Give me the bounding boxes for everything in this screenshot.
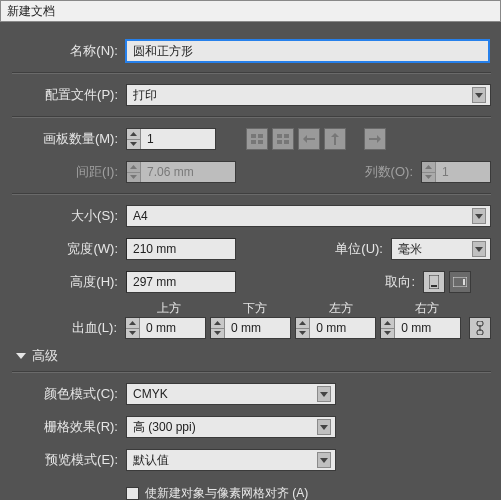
chevron-down-icon	[317, 452, 331, 468]
bleed-right-spinner[interactable]: 0 mm	[380, 317, 461, 339]
svg-rect-9	[277, 140, 282, 144]
stepper-down-icon[interactable]	[126, 329, 139, 339]
orientation-label: 取向:	[373, 273, 423, 291]
window-titlebar: 新建文档	[0, 0, 501, 22]
svg-rect-4	[258, 134, 263, 138]
align-pixel-label: 使新建对象与像素网格对齐 (A)	[145, 485, 308, 501]
svg-marker-28	[299, 321, 306, 325]
chevron-down-icon	[472, 87, 486, 103]
svg-rect-21	[431, 285, 437, 287]
stepper-up-icon[interactable]	[211, 318, 224, 329]
color-mode-dropdown[interactable]: CMYK	[126, 383, 336, 405]
units-label: 单位(U):	[321, 240, 391, 258]
bleed-label: 出血(L):	[36, 319, 125, 337]
advanced-label: 高级	[32, 347, 58, 365]
bleed-left-value: 0 mm	[310, 318, 352, 338]
svg-marker-18	[475, 214, 483, 219]
stepper-up-icon[interactable]	[381, 318, 394, 329]
bleed-bottom-spinner[interactable]: 0 mm	[210, 317, 291, 339]
advanced-section-toggle[interactable]: 高级	[12, 347, 491, 365]
arrange-grid-row-icon	[246, 128, 268, 150]
artboard-count-label: 画板数量(M):	[36, 130, 126, 148]
bleed-top-spinner[interactable]: 0 mm	[125, 317, 206, 339]
size-value: A4	[133, 209, 148, 223]
svg-rect-10	[284, 140, 289, 144]
svg-marker-26	[214, 321, 221, 325]
raster-dropdown[interactable]: 高 (300 ppi)	[126, 416, 336, 438]
stepper-down-icon	[422, 173, 435, 183]
svg-marker-12	[331, 133, 339, 145]
arrange-col-icon	[324, 128, 346, 150]
svg-marker-31	[384, 331, 391, 335]
stepper-down-icon[interactable]	[296, 329, 309, 339]
spacing-value: 7.06 mm	[141, 162, 200, 182]
height-input[interactable]	[126, 271, 236, 293]
svg-rect-6	[258, 140, 263, 144]
bleed-left-label: 左方	[298, 300, 384, 317]
stepper-up-icon[interactable]	[296, 318, 309, 329]
units-dropdown[interactable]: 毫米	[391, 238, 491, 260]
dialog-body: 名称(N): 配置文件(P): 打印 画板数量(M): 1	[0, 22, 501, 500]
svg-marker-29	[299, 331, 306, 335]
arrange-rtl-icon	[364, 128, 386, 150]
profile-dropdown[interactable]: 打印	[126, 84, 491, 106]
svg-marker-19	[475, 247, 483, 252]
name-input[interactable]	[126, 40, 489, 62]
arrange-row-icon	[298, 128, 320, 150]
svg-marker-24	[129, 321, 136, 325]
align-pixel-checkbox[interactable]	[126, 487, 139, 500]
divider	[12, 72, 491, 74]
columns-label: 列数(O):	[351, 163, 421, 181]
spacing-label: 间距(I):	[36, 163, 126, 181]
stepper-down-icon[interactable]	[127, 140, 140, 150]
stepper-up-icon	[422, 162, 435, 173]
profile-label: 配置文件(P):	[36, 86, 126, 104]
color-mode-label: 颜色模式(C):	[36, 385, 126, 403]
stepper-up-icon[interactable]	[126, 318, 139, 329]
chevron-down-icon	[472, 241, 486, 257]
artboard-count-spinner[interactable]: 1	[126, 128, 216, 150]
bleed-top-value: 0 mm	[140, 318, 182, 338]
stepper-up-icon[interactable]	[127, 129, 140, 140]
height-label: 高度(H):	[36, 273, 126, 291]
preview-label: 预览模式(E):	[36, 451, 126, 469]
svg-rect-5	[251, 140, 256, 144]
preview-dropdown[interactable]: 默认值	[126, 449, 336, 471]
divider	[12, 116, 491, 118]
svg-rect-8	[284, 134, 289, 138]
bleed-left-spinner[interactable]: 0 mm	[295, 317, 376, 339]
svg-marker-35	[320, 392, 328, 397]
svg-marker-13	[369, 135, 381, 143]
stepper-down-icon[interactable]	[381, 329, 394, 339]
divider	[12, 193, 491, 195]
stepper-down-icon	[127, 173, 140, 183]
width-input[interactable]	[126, 238, 236, 260]
artboard-arrange-icons	[246, 128, 386, 150]
columns-spinner: 1	[421, 161, 491, 183]
size-label: 大小(S):	[36, 207, 126, 225]
divider	[12, 371, 491, 373]
svg-marker-15	[130, 175, 137, 179]
width-label: 宽度(W):	[36, 240, 126, 258]
svg-marker-36	[320, 425, 328, 430]
chevron-down-icon	[472, 208, 486, 224]
svg-marker-11	[303, 135, 315, 143]
svg-marker-14	[130, 165, 137, 169]
raster-label: 栅格效果(R):	[36, 418, 126, 436]
stepper-down-icon[interactable]	[211, 329, 224, 339]
size-dropdown[interactable]: A4	[126, 205, 491, 227]
chevron-down-icon	[317, 386, 331, 402]
bleed-link-button[interactable]	[469, 317, 491, 339]
svg-rect-23	[463, 279, 465, 285]
orientation-portrait-button[interactable]	[423, 271, 445, 293]
bleed-right-value: 0 mm	[395, 318, 437, 338]
bleed-top-label: 上方	[126, 300, 212, 317]
svg-marker-0	[475, 93, 483, 98]
chevron-down-icon	[317, 419, 331, 435]
svg-marker-27	[214, 331, 221, 335]
preview-value: 默认值	[133, 452, 169, 469]
columns-value: 1	[436, 162, 476, 182]
profile-value: 打印	[133, 87, 157, 104]
orientation-landscape-button[interactable]	[449, 271, 471, 293]
units-value: 毫米	[398, 241, 422, 258]
